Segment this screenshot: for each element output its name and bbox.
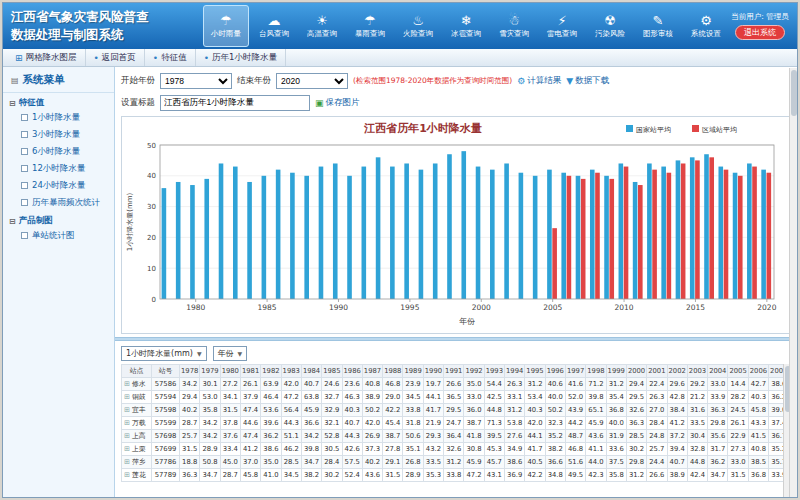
toolbar-item-2[interactable]: ☁台风查询 (251, 5, 297, 47)
checkbox-icon[interactable] (21, 182, 28, 189)
toolbar-item-6[interactable]: ❄冰雹查询 (443, 5, 489, 47)
expand-icon[interactable]: ⊞ (124, 471, 130, 479)
table-row[interactable]: ⊞ 铜鼓5759429.453.034.137.946.447.263.832.… (122, 391, 789, 404)
toolbar-item-5[interactable]: ♨火险查询 (395, 5, 441, 47)
toolbar-item-11[interactable]: ⚙系统设置 (683, 5, 729, 47)
value-cell: 34.2 (180, 378, 200, 391)
table-row[interactable]: ⊞ 上栗5769931.528.933.441.238.646.239.830.… (122, 443, 789, 456)
sidebar-item-6小时降水量[interactable]: 6小时降水量 (3, 143, 114, 160)
station-id-cell: 57599 (152, 417, 180, 430)
value-cell: 33.9 (708, 391, 728, 404)
element-filter[interactable]: 1小时降水量(mm) ▼ (121, 346, 207, 361)
expand-icon[interactable]: ⊞ (124, 432, 130, 440)
start-year-select[interactable]: 1978 (160, 73, 232, 89)
sidebar-group-1[interactable]: ⊟特征值 (3, 93, 114, 109)
value-cell: 37.9 (240, 391, 260, 404)
expand-icon[interactable]: ⊞ (124, 419, 130, 427)
checkbox-icon[interactable] (21, 114, 28, 121)
calc-result-button[interactable]: ⚙ 计算结果 (517, 75, 561, 87)
data-download-button[interactable]: ▼ 数据下载 (566, 75, 609, 87)
value-cell: 57.5 (342, 456, 362, 469)
table-row[interactable]: ⊞ 莲花5778936.334.728.745.841.034.538.230.… (122, 469, 789, 482)
rain-hour-icon: ☂ (220, 13, 232, 29)
chart-title-input[interactable] (160, 95, 310, 111)
value-cell: 45.9 (301, 404, 321, 417)
table-row[interactable]: ⊞ 萍乡5778618.850.845.037.035.028.534.728.… (122, 456, 789, 469)
value-cell: 31.2 (444, 456, 464, 469)
sidebar-item-历年暴雨频次统计[interactable]: 历年暴雨频次统计 (3, 194, 114, 211)
value-cell: 40.2 (362, 456, 382, 469)
tab-item-1[interactable]: ⊞网格降水图层 (7, 49, 86, 66)
toolbar-item-4[interactable]: ☂暴雨查询 (347, 5, 393, 47)
col-header-year: 1991 (444, 365, 464, 378)
value-cell: 40.7 (667, 456, 687, 469)
checkbox-icon[interactable] (21, 199, 28, 206)
col-header-year: 1993 (484, 365, 504, 378)
sidebar-item-1小时降水量[interactable]: 1小时降水量 (3, 109, 114, 126)
checkbox-icon[interactable] (21, 165, 28, 172)
splitter-bar[interactable] (115, 337, 797, 341)
checkbox-icon[interactable] (21, 148, 28, 155)
value-cell: 31.7 (708, 443, 728, 456)
value-cell: 31.2 (626, 469, 646, 482)
col-header-year: 1990 (423, 365, 443, 378)
toolbar-item-10[interactable]: ✎图形审核 (635, 5, 681, 47)
value-cell: 33.0 (708, 378, 728, 391)
sidebar-item-12小时降水量[interactable]: 12小时降水量 (3, 160, 114, 177)
tab-item-2[interactable]: •返回首页 (86, 49, 145, 66)
expand-icon[interactable]: ⊞ (124, 406, 130, 414)
col-header-year: 2000 (626, 365, 646, 378)
toolbar-item-3[interactable]: ☀高温查询 (299, 5, 345, 47)
table-row[interactable]: ⊞ 宜丰5759840.235.831.547.453.656.445.932.… (122, 404, 789, 417)
sidebar-item-label: 12小时降水量 (32, 163, 85, 175)
collapse-icon[interactable]: ⊟ (9, 99, 16, 108)
checkbox-icon[interactable] (21, 232, 28, 239)
toolbar-item-9[interactable]: ☢污染风险 (587, 5, 633, 47)
end-year-select[interactable]: 2020 (276, 73, 348, 89)
checkbox-icon[interactable] (21, 131, 28, 138)
toolbar-item-label: 火险查询 (403, 29, 433, 39)
value-cell: 30.2 (322, 469, 342, 482)
value-cell: 21.2 (687, 391, 707, 404)
sidebar-tree: ⊟特征值1小时降水量3小时降水量6小时降水量12小时降水量24小时降水量历年暴雨… (3, 93, 114, 244)
sidebar-group-2[interactable]: ⊟产品制图 (3, 211, 114, 227)
expand-icon[interactable]: ⊞ (124, 458, 130, 466)
toolbar-item-1[interactable]: ☂小时雨量 (203, 5, 249, 47)
sidebar-group-label: 产品制图 (19, 215, 53, 227)
sidebar-item-24小时降水量[interactable]: 24小时降水量 (3, 177, 114, 194)
svg-text:1985: 1985 (258, 303, 277, 312)
value-cell: 19.7 (423, 378, 443, 391)
value-cell: 46.3 (342, 391, 362, 404)
expand-icon[interactable]: ⊞ (124, 393, 130, 401)
app-window: 江西省气象灾害风险普查 数据处理与制图系统 ☂小时雨量☁台风查询☀高温查询☂暴雨… (2, 2, 798, 498)
col-header-year: 2006 (748, 365, 768, 378)
start-year-label: 开始年份 (121, 75, 155, 87)
year-filter[interactable]: 年份 ▼ (213, 346, 248, 361)
value-cell: 71.3 (484, 417, 504, 430)
tab-item-4[interactable]: •历年1小时降水量 (196, 49, 286, 66)
value-cell: 35.0 (464, 378, 484, 391)
table-row[interactable]: ⊞ 万载5759928.734.237.844.639.644.336.632.… (122, 417, 789, 430)
logout-button[interactable]: 退出系统 (735, 25, 785, 40)
toolbar-item-7[interactable]: ☃雪灾查询 (491, 5, 537, 47)
expand-icon[interactable]: ⊞ (124, 380, 130, 388)
col-header-year: 1981 (240, 365, 260, 378)
value-cell: 41.0 (261, 469, 281, 482)
tab-item-3[interactable]: •特征值 (145, 49, 196, 66)
expand-icon[interactable]: ⊞ (124, 445, 130, 453)
end-year-label: 结束年份 (237, 75, 271, 87)
value-cell: 25.7 (180, 430, 200, 443)
value-cell: 33.8 (403, 404, 423, 417)
sidebar-item-单站统计图[interactable]: 单站统计图 (3, 227, 114, 244)
table-row[interactable]: ⊞ 上高5769825.734.237.647.436.251.134.252.… (122, 430, 789, 443)
collapse-icon[interactable]: ⊟ (9, 217, 16, 226)
svg-text:10: 10 (147, 265, 156, 273)
sidebar-item-3小时降水量[interactable]: 3小时降水量 (3, 126, 114, 143)
toolbar-item-8[interactable]: ⚡雷电查询 (539, 5, 585, 47)
table-row[interactable]: ⊞ 修水5758634.230.127.226.163.942.040.724.… (122, 378, 789, 391)
save-image-button[interactable]: ▣ 保存图片 (315, 97, 360, 109)
user-zone: 当前用户: 管理员 退出系统 (729, 3, 797, 49)
page-scrollbar[interactable] (789, 68, 797, 498)
col-header-year: 1996 (545, 365, 565, 378)
value-cell: 47.4 (240, 404, 260, 417)
